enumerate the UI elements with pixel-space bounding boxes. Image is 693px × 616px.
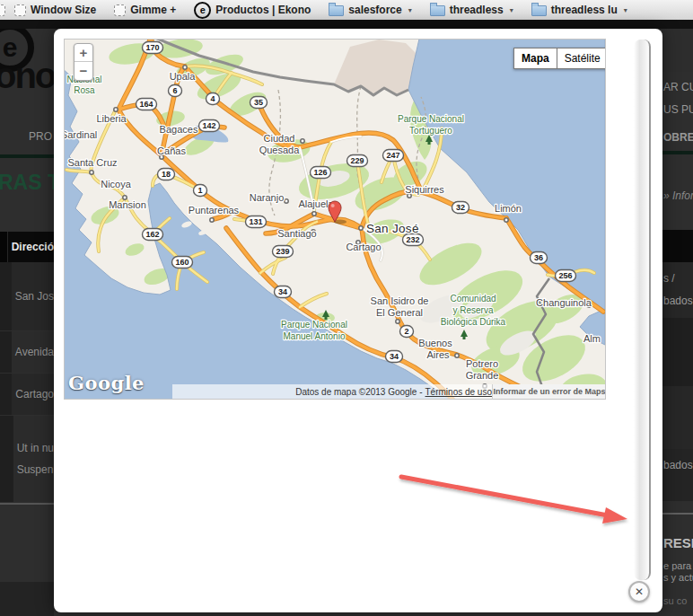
map-label: San José bbox=[366, 222, 419, 235]
table-row: San Jos bbox=[0, 262, 54, 330]
page-text-fragment: US PU bbox=[663, 103, 693, 116]
bookmark-window-size[interactable]: Window Size bbox=[5, 0, 105, 20]
route-shield: 1 bbox=[194, 185, 207, 197]
ekono-wordmark-fragment: ono bbox=[0, 56, 54, 96]
zoom-in-button[interactable]: + bbox=[75, 44, 92, 62]
google-map[interactable]: 1706435164142181126229247131239162160232… bbox=[65, 40, 605, 399]
table-header-col1 bbox=[0, 232, 8, 262]
map-label: Manuel Antonio bbox=[284, 331, 346, 341]
bookmark-label: Window Size bbox=[31, 4, 96, 16]
report-map-error-link[interactable]: Informar de un error de Maps bbox=[492, 384, 605, 399]
svg-text:142: 142 bbox=[202, 121, 215, 130]
map-label: Ciudad bbox=[264, 133, 295, 144]
route-shield: 18 bbox=[158, 169, 175, 180]
table-header-label: Direcció bbox=[8, 241, 54, 253]
town-dot bbox=[114, 108, 118, 111]
bookmark-label: threadless lu bbox=[551, 4, 618, 16]
svg-text:32: 32 bbox=[456, 203, 465, 212]
nav-separator bbox=[0, 154, 54, 158]
table-header: Direcció bbox=[0, 232, 54, 262]
lightbox-modal: 1706435164142181126229247131239162160232… bbox=[54, 29, 662, 612]
bookmark-gimme[interactable]: Gimme + bbox=[105, 0, 185, 20]
bookmark-label: Gimme + bbox=[130, 4, 176, 16]
map-label: Cartago bbox=[346, 242, 381, 252]
town-dot bbox=[359, 226, 363, 230]
svg-text:160: 160 bbox=[175, 258, 189, 267]
svg-text:170: 170 bbox=[145, 43, 159, 52]
route-shield: 229 bbox=[347, 155, 368, 167]
route-shield: 35 bbox=[250, 97, 268, 109]
map-label: Puntarenas bbox=[189, 205, 240, 216]
page-text-fragment: su co bbox=[663, 595, 687, 606]
map-canvas: 1706435164142181126229247131239162160232… bbox=[65, 40, 605, 399]
page-text-fragment: s / bbox=[663, 272, 675, 285]
satellite-button[interactable]: Satélite bbox=[557, 48, 605, 69]
chevron-down-icon: ▾ bbox=[510, 6, 513, 14]
map-label: Alm bbox=[583, 333, 601, 344]
map-label: Parque Nacional bbox=[281, 320, 347, 330]
bookmark-productos-ekono[interactable]: e Productos | Ekono bbox=[185, 0, 320, 20]
google-logo[interactable]: Google bbox=[68, 372, 145, 394]
page-top-strip bbox=[0, 20, 693, 29]
route-shield: 126 bbox=[311, 167, 331, 179]
svg-text:247: 247 bbox=[386, 151, 399, 160]
page-text-fragment: RESE bbox=[663, 535, 693, 550]
route-shield: 34 bbox=[386, 351, 403, 363]
bookmark-label: threadless bbox=[450, 4, 504, 16]
map-label: San Isidro de bbox=[371, 295, 429, 306]
route-shield: 162 bbox=[143, 229, 163, 241]
bookmark-label: salesforce bbox=[348, 4, 401, 16]
town-dot bbox=[396, 320, 399, 323]
map-label: Siquirres bbox=[405, 184, 444, 195]
map-label: Santiago bbox=[277, 228, 316, 239]
route-shield: 6 bbox=[169, 85, 182, 97]
svg-text:2: 2 bbox=[404, 327, 408, 336]
folder-icon bbox=[430, 5, 445, 16]
map-label: y Reserva bbox=[452, 305, 493, 315]
page-text-fragment: bados bbox=[663, 295, 693, 307]
map-label: Changuinola bbox=[536, 297, 592, 308]
map-attribution: Datos de mapa ©2013 Google - Términos de… bbox=[172, 384, 492, 399]
map-button[interactable]: Mapa bbox=[513, 48, 557, 69]
footer-rule bbox=[662, 513, 693, 515]
modal-scrollbar[interactable] bbox=[634, 40, 651, 580]
route-shield: 164 bbox=[136, 99, 157, 110]
town-dot bbox=[455, 354, 459, 357]
map-label: Upala bbox=[170, 71, 197, 82]
bookmark-label: Productos | Ekono bbox=[215, 4, 311, 16]
chevron-down-icon: ▾ bbox=[408, 6, 412, 14]
svg-text:162: 162 bbox=[145, 230, 159, 239]
bookmark-folder-threadless[interactable]: threadless ▾ bbox=[421, 0, 522, 20]
chevron-down-icon: ▾ bbox=[624, 6, 627, 14]
ekono-e-icon: e bbox=[194, 2, 211, 19]
dashed-box-icon bbox=[14, 4, 26, 16]
folder-icon bbox=[329, 5, 344, 16]
table-row: Ut in nu Suspen bbox=[0, 416, 54, 502]
bookmark-folder-salesforce[interactable]: salesforce ▾ bbox=[320, 0, 420, 20]
bookmarks-bar: Window Size Gimme + e Productos | Ekono … bbox=[0, 0, 693, 21]
svg-text:131: 131 bbox=[249, 217, 262, 226]
map-label: Aires bbox=[426, 349, 450, 360]
map-zoom-control: + − bbox=[74, 43, 93, 81]
bookmark-folder-threadless-lu[interactable]: threadless lu ▾ bbox=[522, 0, 636, 20]
route-shield: 160 bbox=[172, 257, 193, 268]
svg-text:164: 164 bbox=[139, 100, 153, 109]
nav-separator bbox=[662, 151, 693, 154]
page-text-fragment: OBRE E bbox=[663, 131, 693, 144]
route-shield: 142 bbox=[199, 120, 220, 132]
zoom-out-button[interactable]: − bbox=[75, 62, 92, 79]
map-label: Biológica Dúrika bbox=[441, 317, 506, 327]
svg-text:126: 126 bbox=[313, 168, 327, 177]
close-button[interactable]: ✕ bbox=[628, 581, 650, 603]
map-label: El General bbox=[376, 307, 423, 318]
route-shield: 2 bbox=[400, 326, 414, 338]
svg-text:18: 18 bbox=[162, 170, 171, 179]
map-label: Limón bbox=[495, 203, 522, 214]
map-label: Quesada bbox=[259, 145, 301, 155]
terms-link[interactable]: Términos de uso bbox=[425, 387, 492, 397]
table-row: Avenida bbox=[0, 331, 54, 373]
town-dot bbox=[504, 218, 508, 222]
background-page-left: e ono PRO RAS TI Direcció San Jos Avenid… bbox=[0, 29, 54, 616]
route-shield: 232 bbox=[403, 234, 424, 246]
background-page-right: AR CUUS PUOBRE E» Infors /badosbadosRESE… bbox=[662, 29, 693, 616]
